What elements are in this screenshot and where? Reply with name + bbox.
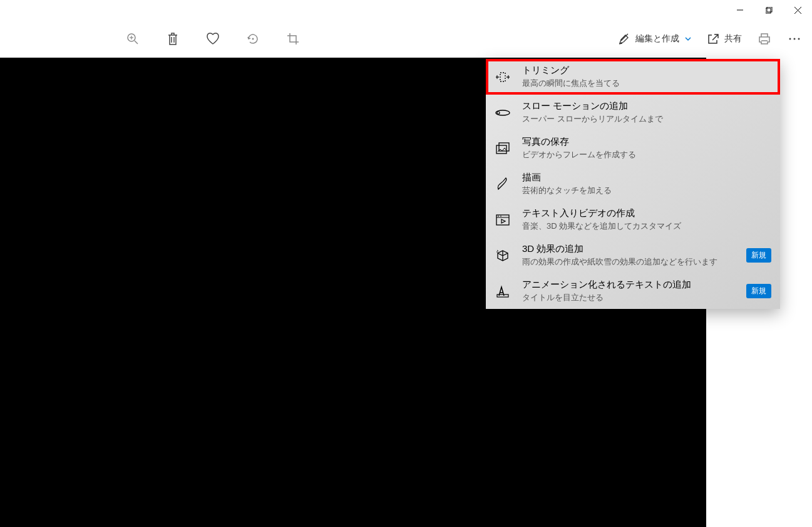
menu-desc: 芸術的なタッチを加える [522,185,771,196]
share-label: 共有 [724,33,742,44]
svg-rect-20 [496,145,506,154]
menu-title: 3D 効果の追加 [522,243,735,255]
svg-rect-13 [500,73,505,81]
more-icon[interactable] [787,31,802,46]
menu-desc: 最高の瞬間に焦点を当てる [522,78,771,89]
3d-icon [495,248,511,264]
menu-item-3deffects[interactable]: 3D 効果の追加 雨の効果の作成や紙吹雪の効果の追加などを行います 新規 [486,237,780,273]
print-icon[interactable] [757,31,772,46]
menu-title: 描画 [522,172,771,184]
rotate-icon[interactable] [245,31,260,46]
zoom-icon[interactable] [125,31,140,46]
close-button[interactable] [783,0,812,20]
maximize-button[interactable] [754,0,783,20]
menu-title: テキスト入りビデオの作成 [522,207,771,219]
svg-point-11 [794,38,796,40]
draw-icon [495,176,511,192]
share-button[interactable]: 共有 [707,33,742,45]
svg-point-19 [497,112,500,114]
savephoto-icon [495,140,511,157]
delete-icon[interactable] [165,31,180,46]
menu-desc: 音楽、3D 効果などを追加してカスタマイズ [522,221,771,232]
menu-title: アニメーション化されるテキストの追加 [522,279,735,291]
minimize-button[interactable] [726,0,754,20]
titlebar [0,0,812,20]
menu-item-slowmotion[interactable]: スロー モーションの追加 スーパー スローからリアルタイムまで [486,95,780,130]
menu-title: 写真の保存 [522,136,771,148]
new-badge: 新規 [746,248,771,263]
menu-item-animatedtext[interactable]: アニメーション化されるテキストの追加 タイトルを目立たせる 新規 [486,273,780,309]
svg-rect-2 [767,7,772,12]
menu-desc: ビデオからフレームを作成する [522,149,771,160]
svg-point-18 [496,110,510,115]
menu-item-textvideo[interactable]: テキスト入りビデオの作成 音楽、3D 効果などを追加してカスタマイズ [486,202,780,237]
toolbar: 編集と作成 共有 [0,20,812,58]
textvideo-icon [495,212,511,228]
new-badge: 新規 [746,284,771,298]
menu-item-savephoto[interactable]: 写真の保存 ビデオからフレームを作成する [486,130,780,166]
trim-icon [495,69,511,85]
chevron-down-icon [684,35,692,43]
menu-title: トリミング [522,65,771,76]
menu-desc: スーパー スローからリアルタイムまで [522,113,771,125]
svg-point-12 [798,38,800,40]
edit-icon [618,33,630,45]
slowmotion-icon [495,105,511,121]
favorite-icon[interactable] [205,31,220,46]
animatedtext-icon [495,283,511,300]
share-icon [707,33,719,45]
edit-create-dropdown: トリミング 最高の瞬間に焦点を当てる スロー モーションの追加 スーパー スロー… [486,59,780,309]
menu-item-draw[interactable]: 描画 芸術的なタッチを加える [486,166,780,202]
menu-desc: タイトルを目立たせる [522,292,735,303]
edit-create-button[interactable]: 編集と作成 [618,33,692,45]
crop-icon[interactable] [285,31,301,46]
menu-title: スロー モーションの追加 [522,100,771,112]
svg-point-10 [789,38,791,40]
toolbar-right: 編集と作成 共有 [618,31,802,46]
edit-create-label: 編集と作成 [635,33,679,44]
toolbar-left [125,31,301,46]
svg-line-6 [135,41,138,44]
svg-point-9 [252,38,254,40]
menu-desc: 雨の効果の作成や紙吹雪の効果の追加などを行います [522,256,735,268]
menu-item-trim[interactable]: トリミング 最高の瞬間に焦点を当てる [486,59,780,95]
svg-rect-1 [766,8,771,13]
